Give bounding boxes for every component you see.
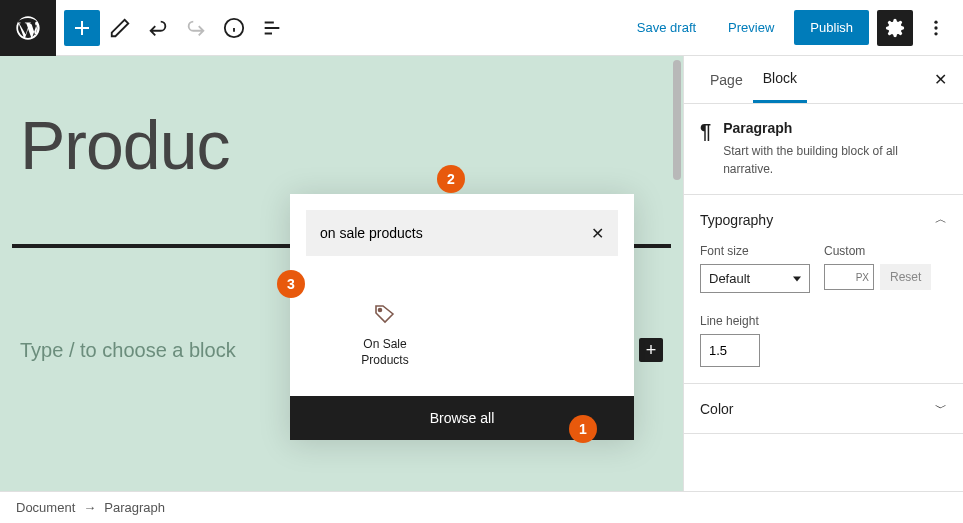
breadcrumb: Document → Paragraph	[0, 491, 963, 523]
redo-button[interactable]	[178, 10, 214, 46]
tab-page[interactable]: Page	[700, 58, 753, 102]
svg-point-4	[379, 309, 382, 312]
settings-button[interactable]	[877, 10, 913, 46]
font-size-label: Font size	[700, 244, 810, 258]
block-name: Paragraph	[723, 120, 947, 136]
svg-point-2	[934, 26, 937, 29]
tab-block[interactable]: Block	[753, 56, 807, 103]
block-result-item[interactable]: On Sale Products	[340, 302, 430, 368]
chevron-down-icon: ﹀	[935, 400, 947, 417]
preview-button[interactable]: Preview	[716, 12, 786, 43]
more-options-button[interactable]	[921, 10, 951, 46]
block-result-label: On Sale Products	[340, 337, 430, 368]
paragraph-icon: ¶	[700, 120, 711, 178]
block-inserter-popup: ✕ On Sale Products Browse all	[290, 194, 634, 440]
clear-search-icon[interactable]: ✕	[591, 224, 604, 243]
add-block-button[interactable]	[64, 10, 100, 46]
save-draft-button[interactable]: Save draft	[625, 12, 708, 43]
breadcrumb-item[interactable]: Paragraph	[104, 500, 165, 515]
settings-sidebar: Page Block ✕ ¶ Paragraph Start with the …	[683, 56, 963, 491]
font-size-select[interactable]: Default	[700, 264, 810, 293]
annotation-2: 2	[437, 165, 465, 193]
inline-add-block-button[interactable]: +	[639, 338, 663, 362]
svg-point-1	[934, 20, 937, 23]
publish-button[interactable]: Publish	[794, 10, 869, 45]
tag-icon	[373, 302, 397, 329]
scrollbar[interactable]	[673, 60, 681, 180]
breadcrumb-root[interactable]: Document	[16, 500, 75, 515]
annotation-1: 1	[569, 415, 597, 443]
line-height-input[interactable]	[700, 334, 760, 367]
chevron-up-icon: ︿	[935, 211, 947, 228]
svg-point-3	[934, 32, 937, 35]
typography-section-toggle[interactable]: Typography ︿	[700, 211, 947, 228]
line-height-label: Line height	[700, 314, 759, 328]
color-section-toggle[interactable]: Color ﹀	[700, 400, 947, 417]
close-sidebar-icon[interactable]: ✕	[934, 70, 947, 89]
info-button[interactable]	[216, 10, 252, 46]
annotation-3: 3	[277, 270, 305, 298]
inserter-search-input[interactable]	[320, 225, 591, 241]
undo-button[interactable]	[140, 10, 176, 46]
block-description: Start with the building block of all nar…	[723, 142, 947, 178]
outline-button[interactable]	[254, 10, 290, 46]
custom-size-input[interactable]	[824, 264, 874, 290]
edit-icon[interactable]	[102, 10, 138, 46]
page-title[interactable]: Produc	[0, 56, 683, 204]
wordpress-logo[interactable]	[0, 0, 56, 56]
custom-label: Custom	[824, 244, 931, 258]
reset-button[interactable]: Reset	[880, 264, 931, 290]
